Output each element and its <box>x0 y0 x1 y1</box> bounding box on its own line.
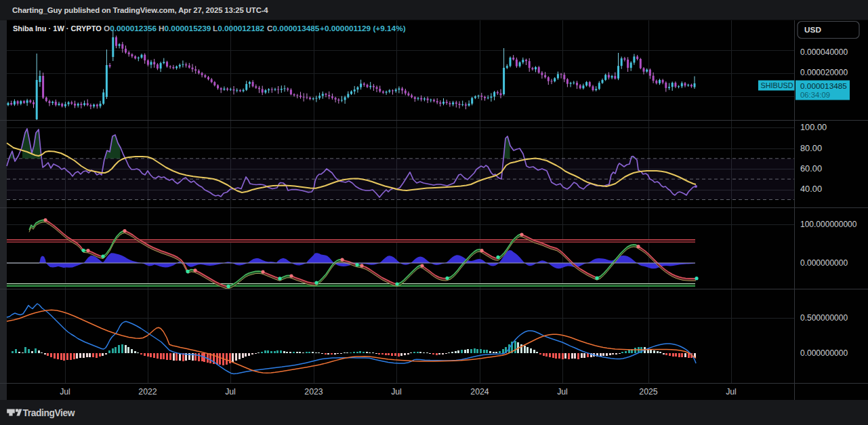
svg-text:TradingView: TradingView <box>23 408 75 418</box>
svg-text:USD: USD <box>804 25 821 35</box>
svg-text:2023: 2023 <box>304 387 323 397</box>
svg-text:Jul: Jul <box>557 387 568 397</box>
svg-text:0.000040000: 0.000040000 <box>800 47 848 57</box>
svg-text:06:34:09: 06:34:09 <box>800 91 830 99</box>
svg-text:60.00: 60.00 <box>800 163 822 174</box>
svg-text:SHIBUSD: SHIBUSD <box>761 81 793 89</box>
svg-text:80.00: 80.00 <box>800 143 822 153</box>
svg-text:Charting_Guy published on Trad: Charting_Guy published on TradingView.co… <box>12 6 268 14</box>
svg-text:Jul: Jul <box>60 387 70 397</box>
svg-text:100.00: 100.00 <box>800 122 827 132</box>
svg-text:100.000000000: 100.000000000 <box>800 220 857 229</box>
svg-text:0.000020000: 0.000020000 <box>800 68 848 77</box>
svg-text:40.00: 40.00 <box>800 184 822 194</box>
svg-text:Shiba Inu · 1W · CRYPTO: Shiba Inu · 1W · CRYPTO <box>13 24 102 33</box>
svg-text:0.500000000: 0.500000000 <box>800 313 848 323</box>
svg-text:2025: 2025 <box>639 387 658 397</box>
svg-text:O0.000012356H0.000015239L0.000: O0.000012356H0.000015239L0.000012182C0.0… <box>104 24 406 33</box>
svg-text:0.000013485: 0.000013485 <box>800 81 847 91</box>
svg-text:Jul: Jul <box>225 387 236 397</box>
svg-text:2024: 2024 <box>470 387 489 397</box>
svg-text:0.000000000: 0.000000000 <box>800 348 848 358</box>
svg-text:Jul: Jul <box>391 387 402 397</box>
svg-text:2022: 2022 <box>138 387 157 397</box>
svg-text:0.000000000: 0.000000000 <box>800 258 848 268</box>
svg-text:Jul: Jul <box>726 387 737 397</box>
